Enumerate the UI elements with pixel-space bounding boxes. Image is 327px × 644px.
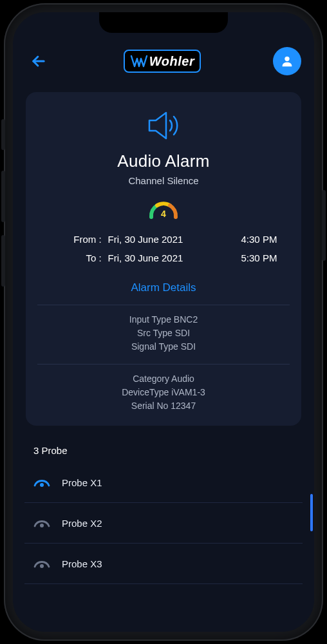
alarm-title: Audio Alarm xyxy=(37,151,290,171)
from-date: Fri, 30 June 2021 xyxy=(108,234,220,245)
speaker-icon xyxy=(37,108,290,144)
phone-volume-up xyxy=(1,171,5,222)
svg-point-1 xyxy=(285,57,289,61)
to-time: 5:30 PM xyxy=(225,252,277,263)
severity-value: 4 xyxy=(161,209,166,219)
probe-label: Probe X3 xyxy=(62,558,102,569)
alarm-card: Audio Alarm Channel Silence 4 From : Fri… xyxy=(26,92,301,426)
app-screen: Wohler Audio Alarm Channel Silence xyxy=(13,12,314,632)
probe-label: Probe X2 xyxy=(62,518,102,529)
brand-name: Wohler xyxy=(149,54,194,69)
user-icon xyxy=(280,54,294,68)
probe-list: Probe X1 Probe X2 Probe X3 xyxy=(13,462,314,584)
phone-mute-switch xyxy=(1,119,5,150)
phone-notch xyxy=(99,12,228,33)
brand-logo: Wohler xyxy=(124,50,201,73)
svg-point-4 xyxy=(40,564,44,568)
phone-volume-down xyxy=(1,235,5,287)
detail-serial-no: Serial No 12347 xyxy=(37,399,290,413)
to-row: To : Fri, 30 June 2021 5:30 PM xyxy=(50,249,277,267)
probe-row[interactable]: Probe X1 xyxy=(24,462,303,503)
scrollbar-thumb[interactable] xyxy=(310,494,313,531)
to-date: Fri, 30 June 2021 xyxy=(108,252,220,263)
probe-label: Probe X1 xyxy=(62,477,102,488)
eye-icon xyxy=(33,477,50,488)
probe-row[interactable]: Probe X2 xyxy=(24,503,303,544)
svg-point-3 xyxy=(40,524,44,527)
app-header: Wohler xyxy=(13,42,314,80)
from-row: From : Fri, 30 June 2021 4:30 PM xyxy=(50,230,277,249)
profile-button[interactable] xyxy=(273,47,301,75)
alarm-time-range: From : Fri, 30 June 2021 4:30 PM To : Fr… xyxy=(50,230,277,267)
detail-device-type: DeviceType iVAM1-3 xyxy=(37,386,290,399)
detail-src-type: Src Type SDI xyxy=(37,327,290,340)
eye-icon xyxy=(33,558,50,569)
eye-icon xyxy=(33,517,50,529)
arrow-left-icon xyxy=(30,52,48,70)
from-label: From : xyxy=(50,234,102,245)
detail-signal-type: Signal Type SDI xyxy=(37,340,290,354)
detail-category: Category Audio xyxy=(37,372,290,386)
alarm-details-block-1: Input Type BNC2 Src Type SDI Signal Type… xyxy=(37,305,290,354)
alarm-details-block-2: Category Audio DeviceType iVAM1-3 Serial… xyxy=(37,364,290,413)
probe-row[interactable]: Probe X3 xyxy=(24,544,303,584)
phone-frame: Wohler Audio Alarm Channel Silence xyxy=(4,3,323,641)
to-label: To : xyxy=(50,252,102,263)
alarm-details-header: Alarm Details xyxy=(37,281,290,294)
svg-point-2 xyxy=(40,483,44,487)
phone-power-button xyxy=(322,190,326,261)
from-time: 4:30 PM xyxy=(225,234,277,245)
severity-gauge: 4 xyxy=(37,198,290,221)
probes-count: 3 Probe xyxy=(13,426,314,462)
back-button[interactable] xyxy=(26,48,51,74)
detail-input-type: Input Type BNC2 xyxy=(37,313,290,327)
brand-mark-icon xyxy=(130,53,148,69)
alarm-subtitle: Channel Silence xyxy=(37,175,290,186)
gauge-icon: 4 xyxy=(147,198,180,221)
